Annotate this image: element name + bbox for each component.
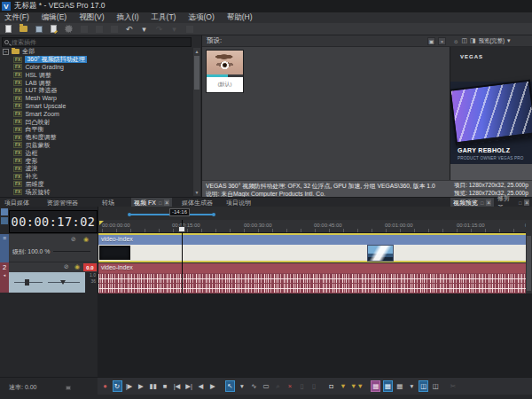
external-monitor-icon[interactable]: ◫ — [461, 37, 467, 44]
menu-edit[interactable]: 编辑(E) — [42, 12, 66, 23]
close-tab-icon[interactable]: × — [486, 200, 491, 206]
plugin-item[interactable]: FX饱和度调整 — [2, 134, 193, 142]
volume-slider[interactable] — [14, 282, 43, 283]
plugin-root-node[interactable]: − 全部 — [2, 48, 193, 56]
audio-track-header[interactable]: ⊘ ◉ 0.0 1.0 36 — [9, 262, 98, 293]
plugin-item[interactable]: FXMesh Warp — [2, 95, 193, 103]
scroll-up-icon[interactable]: ▲ — [193, 48, 200, 55]
undo-dropdown-icon[interactable]: ▾ — [139, 24, 149, 34]
edit-tool-icon[interactable]: ↖ — [225, 380, 235, 392]
pause-icon[interactable]: ▮▮ — [148, 380, 158, 392]
undo-icon[interactable]: ↶ — [124, 24, 134, 34]
menu-file[interactable]: 文件(F) — [4, 12, 29, 23]
preview-quality-dropdown[interactable]: 预览(完整) — [479, 37, 505, 45]
envelope-tool-icon[interactable]: ∿ — [249, 380, 259, 392]
next-frame-icon[interactable]: ▶ — [208, 380, 218, 392]
plugin-item[interactable]: FX波浪 — [2, 165, 193, 173]
plugin-item[interactable]: FXSmart Zoom — [2, 110, 193, 118]
video-preview-display[interactable]: VEGAS GARY REBHOLZ PRODUCT OWNER VEGAS P… — [450, 47, 532, 180]
timeline-empty-area[interactable] — [98, 293, 532, 377]
track-menu-icon[interactable]: ≡ — [3, 235, 6, 241]
peak-meter-value[interactable]: 0.0 — [83, 263, 97, 271]
video-event-header[interactable]: video-index — [98, 235, 532, 245]
audio-meter[interactable]: 1.0 36 — [85, 272, 98, 293]
record-icon[interactable]: ● — [100, 380, 110, 392]
mute-icon[interactable]: ⊘ — [71, 236, 76, 243]
lock-icon[interactable]: ◘ — [326, 380, 336, 392]
plugin-item[interactable]: FX贝兹蒙板 — [2, 142, 193, 150]
play-icon[interactable]: ▶ — [137, 380, 146, 392]
video-track-color-strip[interactable]: ≡ — [0, 234, 9, 262]
solo-icon[interactable]: ◉ — [74, 263, 80, 270]
plugin-item[interactable]: FXLUT 筛选器 — [2, 87, 193, 95]
plugin-search-box[interactable] — [2, 37, 192, 47]
scroll-down-icon[interactable]: ▼ — [193, 189, 200, 196]
playhead-handle[interactable] — [178, 226, 185, 232]
quality-dropdown-arrow-icon[interactable]: ▾ — [507, 37, 511, 44]
video-event[interactable]: video-index — [98, 233, 532, 262]
snapping-icon[interactable]: ▦ — [383, 380, 393, 392]
audio-event[interactable]: video-index — [98, 263, 532, 293]
audio-event-header[interactable]: video-index — [98, 263, 532, 273]
collapse-icon[interactable]: − — [3, 49, 9, 55]
loop-playback-icon[interactable]: ↻ — [113, 380, 122, 392]
plugin-item[interactable]: FXSmart Upscale — [2, 103, 193, 111]
plugin-item[interactable]: FXColor Grading — [2, 64, 193, 72]
timeline-ruler[interactable]: 00:00:00:00 00:00:15:00 00:00:30:00 00:0… — [98, 220, 532, 233]
plugin-item[interactable]: FX层维度 — [2, 181, 193, 189]
plugin-item[interactable]: FX白平衡 — [2, 126, 193, 134]
plugin-item[interactable]: FX边框 — [2, 149, 193, 157]
scrollbar-thumb[interactable] — [194, 56, 200, 90]
render-as-icon[interactable] — [64, 24, 74, 34]
audio-track-color-strip[interactable]: 2 ◂ — [0, 262, 9, 293]
split-screen-icon[interactable]: ◨ — [470, 37, 476, 44]
plugin-scrollbar[interactable]: ▲ ▼ — [193, 48, 200, 196]
level-slider[interactable] — [53, 251, 90, 252]
insert-region-icon[interactable]: ▼▼ — [350, 380, 364, 392]
tab-explorer[interactable]: 资源管理器 — [44, 198, 81, 207]
auto-ripple-icon[interactable]: ◫ — [431, 380, 441, 392]
delete-icon[interactable]: × — [286, 380, 295, 392]
save-preset-icon[interactable]: ▣ — [427, 37, 435, 45]
restore-window-icon[interactable]: □ — [159, 200, 161, 206]
delete-preset-icon[interactable]: × — [438, 37, 446, 45]
tool-dropdown-icon[interactable]: ▾ — [238, 380, 247, 392]
previous-frame-icon[interactable]: ◀ — [196, 380, 206, 392]
project-properties-icon[interactable] — [49, 24, 59, 34]
preset-thumbnail[interactable]: (默认) — [206, 50, 244, 93]
timecode-display[interactable]: 00:00:17:02 — [9, 210, 98, 233]
menu-tools[interactable]: 工具(T) — [152, 12, 176, 23]
menu-help[interactable]: 帮助(H) — [227, 12, 253, 23]
preview-settings-gear-icon[interactable]: ☼ — [453, 38, 458, 44]
video-track-header[interactable]: ⊘ ◉ 级别: 100.0 % — [9, 234, 98, 262]
dock-window-icon[interactable] — [1, 217, 8, 224]
menu-options[interactable]: 选项(O) — [188, 12, 214, 23]
auto-crossfade-icon[interactable]: ▦ — [371, 380, 380, 392]
insert-marker-icon[interactable]: ▼ — [339, 380, 348, 392]
quantize-dropdown-icon[interactable]: ▾ — [407, 380, 417, 392]
restore-window-icon[interactable]: □ — [519, 200, 521, 206]
open-project-icon[interactable] — [19, 24, 28, 34]
go-to-start-icon[interactable]: |◀ — [172, 380, 182, 392]
stop-icon[interactable]: ■ — [160, 380, 170, 392]
pan-slider[interactable] — [48, 282, 80, 283]
plugin-item[interactable]: FX补光 — [2, 173, 193, 181]
plugin-item[interactable]: FX凹凸映射 — [2, 118, 193, 126]
pan-slider-handle[interactable] — [60, 280, 66, 285]
close-tab-icon[interactable]: × — [524, 200, 529, 206]
solo-icon[interactable]: ◉ — [83, 236, 89, 243]
restore-window-icon[interactable]: □ — [481, 200, 483, 206]
volume-slider-handle[interactable] — [25, 279, 29, 286]
scrollbar-thumb[interactable] — [527, 236, 531, 291]
save-project-icon[interactable] — [34, 24, 43, 34]
go-to-end-icon[interactable]: ▶| — [184, 380, 194, 392]
play-from-start-icon[interactable]: |▶ — [124, 380, 134, 392]
plugin-item[interactable]: FXHSL 调整 — [2, 71, 193, 79]
dock-window-icon[interactable] — [1, 208, 8, 215]
new-project-icon[interactable] — [4, 24, 13, 34]
menu-view[interactable]: 视图(V) — [79, 12, 104, 23]
plugin-item[interactable]: FX场景旋转 — [2, 188, 193, 196]
plugin-item[interactable]: FX变形 — [2, 157, 193, 165]
menu-insert[interactable]: 插入(I) — [117, 12, 139, 23]
plugin-item[interactable]: FXLAB 调整 — [2, 79, 193, 87]
